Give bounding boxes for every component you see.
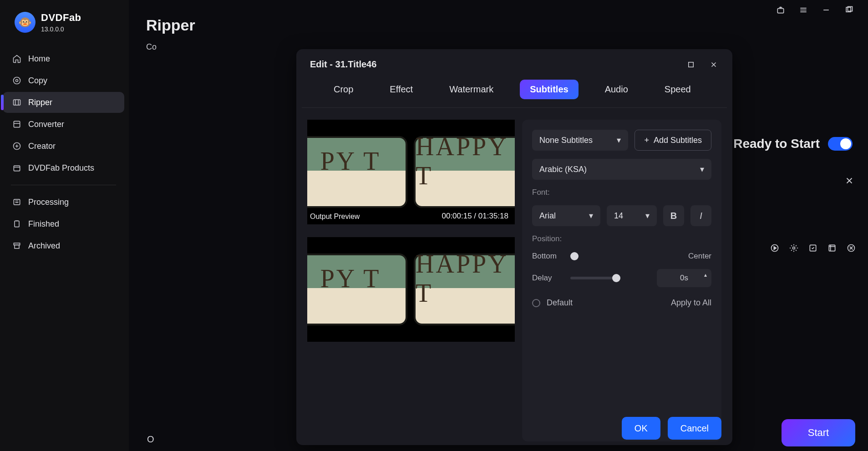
present-icon[interactable] xyxy=(775,5,786,15)
nav-divider xyxy=(11,185,116,185)
chevron-down-icon: ▾ xyxy=(645,211,650,221)
bold-toggle[interactable]: B xyxy=(663,205,684,226)
nav-products[interactable]: DVDFab Products xyxy=(3,157,124,178)
film-strip: PY T HAPPY T HAP xyxy=(307,253,515,325)
preview-timecode: 00:00:15 / 01:35:18 xyxy=(442,212,508,221)
italic-toggle[interactable]: I xyxy=(690,205,711,226)
position-slider[interactable] xyxy=(570,255,579,258)
svg-rect-2 xyxy=(14,100,20,105)
nav-archived[interactable]: Archived xyxy=(3,235,124,256)
disc-icon xyxy=(12,76,22,86)
subtitle-settings: None Subtitles ▾ + Add Subtitles Arabic … xyxy=(522,120,721,441)
nav-label: Copy xyxy=(28,76,47,86)
subtitle-language-value: Arabic (KSA) xyxy=(539,165,587,174)
default-label[interactable]: Default xyxy=(547,298,573,308)
font-size-select[interactable]: 14 ▾ xyxy=(607,205,657,226)
position-section-label: Position: xyxy=(532,234,711,243)
chevron-down-icon: ▾ xyxy=(700,164,704,174)
nav-label: Converter xyxy=(28,120,64,129)
nav-ripper[interactable]: Ripper xyxy=(3,92,124,113)
edit-icon[interactable] xyxy=(807,242,819,254)
subtitle-track-value: None Subtitles xyxy=(539,136,593,145)
preview-label: Output Preview xyxy=(310,213,360,221)
chevron-down-icon: ▾ xyxy=(617,135,621,145)
crop-icon[interactable] xyxy=(826,242,838,254)
nav-home[interactable]: Home xyxy=(3,48,124,69)
nav-creator[interactable]: Creator xyxy=(3,136,124,157)
sidebar: 🐵 DVDFab 13.0.0.0 Home Copy Ripper Conve… xyxy=(0,0,129,451)
modal-close-icon[interactable] xyxy=(709,60,719,70)
nav-label: DVDFab Products xyxy=(28,163,94,173)
default-radio[interactable] xyxy=(532,299,540,307)
position-right-label: Center xyxy=(688,252,711,261)
svg-point-1 xyxy=(16,80,18,82)
font-family-select[interactable]: Arial ▾ xyxy=(532,205,600,226)
chevron-down-icon: ▾ xyxy=(589,211,593,221)
ripper-icon xyxy=(12,97,22,107)
app-name: DVDFab xyxy=(41,12,81,24)
nav-processing[interactable]: Processing xyxy=(3,192,124,213)
apply-to-all-link[interactable]: Apply to All xyxy=(671,298,711,308)
tab-effect[interactable]: Effect xyxy=(380,80,423,99)
modal-maximize-icon[interactable] xyxy=(686,60,696,70)
app-logo-icon: 🐵 xyxy=(15,12,36,33)
modal-body: PY T HAPPY T HAP Output Preview 00:00:15… xyxy=(296,108,732,445)
edit-modal: Edit - 31.Title46 Crop Effect Watermark … xyxy=(296,49,732,445)
subtitle-language-select[interactable]: Arabic (KSA) ▾ xyxy=(532,159,711,180)
nav-converter[interactable]: Converter xyxy=(3,114,124,135)
ok-button[interactable]: OK xyxy=(622,417,660,440)
logo-block: 🐵 DVDFab 13.0.0.0 xyxy=(0,8,129,44)
tab-audio[interactable]: Audio xyxy=(595,80,638,99)
subtitle-track-select[interactable]: None Subtitles ▾ xyxy=(532,130,628,151)
add-subtitles-button[interactable]: + Add Subtitles xyxy=(635,130,711,151)
primary-nav: Home Copy Ripper Converter Creator DVDFa… xyxy=(0,44,129,261)
svg-rect-16 xyxy=(829,245,835,251)
nav-label: Processing xyxy=(28,198,69,207)
edit-tabs: Crop Effect Watermark Subtitles Audio Sp… xyxy=(302,73,727,108)
modal-action-buttons: OK Cancel xyxy=(622,417,721,440)
add-subtitles-label: Add Subtitles xyxy=(654,136,702,145)
nav-copy[interactable]: Copy xyxy=(3,70,124,91)
tab-subtitles[interactable]: Subtitles xyxy=(520,80,578,99)
tab-speed[interactable]: Speed xyxy=(655,80,701,99)
output-label-fragment: O xyxy=(147,434,154,445)
source-preview[interactable]: PY T HAPPY T HAP xyxy=(307,237,515,342)
nav-label: Archived xyxy=(28,241,60,251)
nav-finished[interactable]: Finished xyxy=(3,213,124,234)
tab-watermark[interactable]: Watermark xyxy=(439,80,503,99)
nav-label: Finished xyxy=(28,219,59,229)
font-size-value: 14 xyxy=(614,211,623,221)
page-title: Ripper xyxy=(146,16,851,34)
box-icon xyxy=(12,163,22,173)
svg-point-0 xyxy=(14,77,20,84)
maximize-icon[interactable] xyxy=(843,5,854,15)
nav-label: Creator xyxy=(28,142,56,151)
minimize-icon[interactable] xyxy=(821,5,832,15)
modal-header: Edit - 31.Title46 xyxy=(296,49,732,73)
svg-rect-10 xyxy=(777,9,783,13)
list-icon xyxy=(12,197,22,207)
app-version: 13.0.0.0 xyxy=(41,25,81,33)
start-button[interactable]: Start xyxy=(782,419,855,446)
play-icon[interactable] xyxy=(769,242,781,254)
archive-icon xyxy=(12,241,22,251)
tab-crop[interactable]: Crop xyxy=(324,80,363,99)
ready-status-text: Ready to Start xyxy=(733,137,820,151)
nav-label: Home xyxy=(28,54,50,64)
delay-spinner[interactable]: 0s xyxy=(657,269,711,287)
svg-point-14 xyxy=(793,247,795,249)
delay-value: 0s xyxy=(680,274,688,283)
menu-icon[interactable] xyxy=(798,5,809,15)
cancel-button[interactable]: Cancel xyxy=(668,417,721,440)
output-preview[interactable]: PY T HAPPY T HAP Output Preview 00:00:15… xyxy=(307,120,515,224)
settings-footer: Default Apply to All xyxy=(532,298,711,308)
svg-rect-7 xyxy=(15,221,19,227)
gear-icon[interactable] xyxy=(788,242,800,254)
panel-close-icon[interactable] xyxy=(842,173,857,188)
converter-icon xyxy=(12,119,22,129)
remove-icon[interactable] xyxy=(845,242,857,254)
modal-title: Edit - 31.Title46 xyxy=(310,59,376,70)
ready-toggle[interactable] xyxy=(828,137,853,151)
delay-slider[interactable] xyxy=(570,277,620,279)
preview-column: PY T HAPPY T HAP Output Preview 00:00:15… xyxy=(307,120,515,441)
